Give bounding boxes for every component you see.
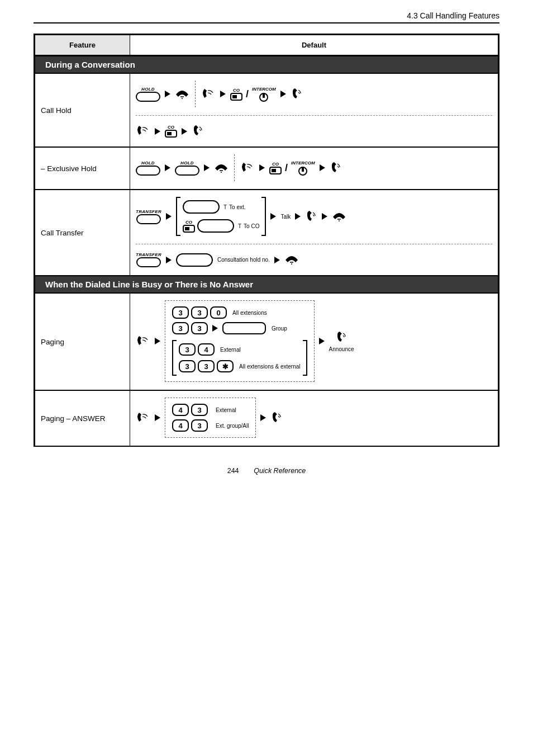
arrow-icon: [165, 91, 170, 97]
arrow-icon: [182, 128, 187, 135]
row-exclusive-hold: – Exclusive Hold HOLD HOLD: [35, 147, 498, 190]
arrow-icon: [280, 91, 286, 97]
arrow-icon: [319, 338, 325, 344]
row-call-hold-title: Call Hold: [35, 74, 130, 147]
paging-answer-options-box: 4 3 External 4 3 Ext. group/All: [165, 398, 256, 438]
row-paging-title: Paging: [35, 294, 130, 390]
row-call-transfer: Call Transfer TRANSFER T To ext.: [35, 190, 498, 276]
talk-icon: [330, 160, 342, 176]
slash: /: [285, 162, 288, 174]
row-exclusive-hold-title: – Exclusive Hold: [35, 148, 130, 189]
to-co-label: T: [238, 223, 241, 229]
offhook-icon: [136, 124, 150, 138]
table-header-row: Feature Default: [35, 35, 498, 56]
hold-button: HOLD: [175, 160, 199, 176]
svg-rect-1: [232, 95, 237, 98]
page-header: 4.3 Call Handling Features: [34, 11, 499, 20]
arrow-icon: [212, 325, 218, 332]
talk-icon: [335, 330, 348, 345]
call-hold-seq-slt: CO: [136, 124, 492, 139]
consult-hold-label: Consultation hold no.: [217, 257, 270, 263]
arrow-icon: [166, 257, 172, 263]
key-4: 4: [172, 404, 189, 416]
page-footer: 244 Quick Reference: [34, 467, 499, 475]
arrow-icon: [155, 128, 160, 135]
paging-options-box: 3 3 0 All extensions 3 3 Group: [165, 300, 315, 382]
arrow-icon: [155, 338, 160, 344]
onhook-icon: [284, 253, 299, 266]
key-3: 3: [172, 306, 189, 319]
paging-answer-external: 4 3 External: [172, 404, 249, 416]
header-rule: [34, 22, 499, 23]
arrow-icon: [322, 213, 327, 220]
arrow-icon: [204, 164, 210, 171]
intercom-button-icon: INTERCOM: [252, 87, 276, 102]
offhook-icon: [136, 411, 150, 425]
row-paging-answer: Paging – ANSWER 4 3 External 4: [35, 390, 498, 446]
row-paging-answer-title: Paging – ANSWER: [35, 391, 130, 446]
arrow-icon: [220, 91, 226, 97]
row-call-transfer-title: Call Transfer: [35, 190, 130, 275]
co-button-icon: CO: [269, 162, 282, 174]
dashed-rule: [136, 115, 492, 116]
call-hold-seq-pt: HOLD CO / INTERCOM: [136, 81, 492, 107]
slash: /: [246, 88, 249, 100]
paging-group: 3 3 Group: [172, 322, 307, 334]
svg-rect-5: [167, 132, 172, 135]
dashed-divider: [195, 81, 196, 107]
svg-rect-7: [272, 169, 276, 172]
talk-icon: [270, 410, 283, 426]
key-3: 3: [191, 306, 208, 319]
paging-answer-group: 4 3 Ext. group/All: [172, 419, 249, 432]
onhook-icon: [332, 210, 346, 223]
intercom-button-icon: INTERCOM: [291, 160, 315, 176]
key-4: 4: [198, 343, 215, 356]
key-3: 3: [191, 419, 208, 432]
paging-seq: 3 3 0 All extensions 3 3 Group: [136, 300, 492, 382]
col-default: Default: [130, 35, 498, 55]
dial-field: [197, 219, 234, 233]
row-paging: Paging 3 3 0 All extensions: [35, 293, 498, 390]
key-3: 3: [191, 404, 208, 416]
to-ext-text: To ext.: [229, 204, 245, 210]
hold-button: HOLD: [136, 160, 160, 176]
offhook-icon: [201, 87, 216, 101]
paging-external: 3 4 External: [179, 343, 301, 356]
transfer-button: TRANSFER: [136, 252, 161, 267]
key-group-no: [222, 322, 266, 334]
talk-icon: [192, 124, 204, 139]
page-number: 244: [227, 467, 252, 475]
key-0: 0: [210, 306, 227, 319]
announce-step: Announce: [329, 330, 354, 352]
key-3: 3: [191, 322, 208, 334]
key-3: 3: [172, 322, 189, 334]
call-transfer-seq: TRANSFER T To ext. CO: [136, 197, 492, 236]
svg-rect-3: [263, 94, 265, 98]
onhook-icon: [175, 88, 189, 101]
co-button-icon: CO: [165, 125, 177, 138]
arrow-icon: [270, 213, 276, 220]
dial-field: [183, 200, 220, 214]
arrow-icon: [166, 213, 172, 220]
key-3: 3: [179, 360, 196, 372]
features-table: Feature Default During a Conversation Ca…: [34, 34, 499, 447]
to-ext-label: T: [223, 204, 227, 210]
talk-icon: [291, 87, 303, 102]
arrow-icon: [165, 164, 170, 171]
section-conversation: During a Conversation: [35, 56, 498, 73]
paging-all-and-ext: 3 3 ✱ All extensions & external: [179, 360, 301, 372]
bracket-group: T To ext. CO T To CO: [176, 197, 266, 236]
dashed-rule: [136, 244, 492, 244]
section-busy-no-answer: When the Dialed Line is Busy or There is…: [35, 276, 498, 293]
talk-icon: [305, 209, 317, 224]
key-3: 3: [198, 360, 215, 372]
paging-all-ext: 3 3 0 All extensions: [172, 306, 307, 319]
col-feature: Feature: [35, 35, 130, 55]
key-4: 4: [172, 419, 189, 432]
footer-title: Quick Reference: [254, 467, 306, 475]
key-3: 3: [179, 343, 196, 356]
co-button-icon: CO: [183, 220, 195, 233]
co-button-icon: CO: [230, 88, 242, 101]
offhook-icon: [240, 161, 255, 175]
arrow-icon: [155, 414, 160, 421]
